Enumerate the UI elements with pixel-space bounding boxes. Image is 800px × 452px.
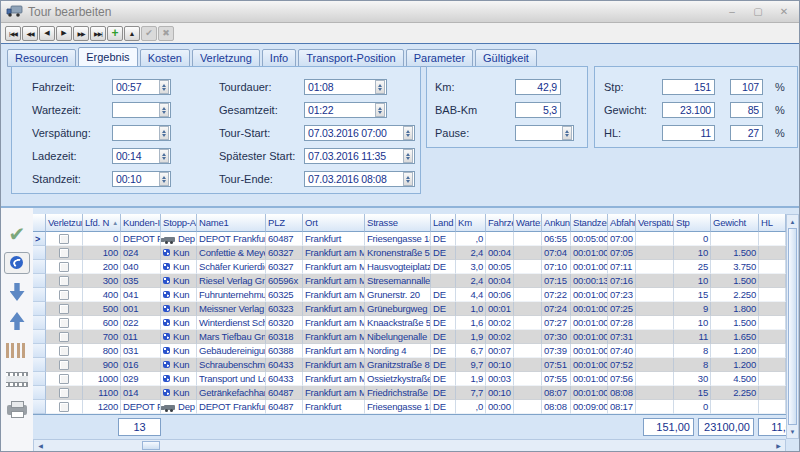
nav-prior-page-button[interactable]: ◀◀	[22, 26, 38, 41]
film-strip-button[interactable]	[4, 369, 30, 389]
table-row[interactable]: 300035KunRiesel Verlag GmbH60596xFrankfu…	[33, 274, 786, 288]
tab-g-ltigkeit[interactable]: Gültigkeit	[475, 49, 537, 67]
map-view-button[interactable]	[4, 253, 30, 273]
column-header-abfahrt[interactable]: Abfahrt	[608, 214, 636, 232]
column-header-ort[interactable]: Ort	[303, 214, 365, 232]
scroll-down-arrow-icon[interactable]: ▼	[787, 425, 798, 438]
tour-start-input[interactable]: 07.03.2016 07:00	[304, 125, 415, 141]
table-row[interactable]: 1000029KunTransport und Logi60433Frankfu…	[33, 372, 786, 386]
violation-checkbox[interactable]	[59, 304, 69, 314]
column-header-gewicht[interactable]: Gewicht	[711, 214, 759, 232]
table-row[interactable]: 100024KunConfettie & Meyer60327Frankfurt…	[33, 246, 786, 260]
violation-checkbox[interactable]	[59, 276, 69, 286]
spinner-icon[interactable]	[159, 126, 169, 140]
tour-ende-input[interactable]: 07.03.2016 08:08	[304, 171, 415, 187]
vertical-scroll-thumb[interactable]	[788, 228, 797, 425]
scroll-right-arrow-icon[interactable]: ▶	[772, 440, 785, 451]
table-row[interactable]: 700011KunMars Tiefbau GmbH60318Frankfurt…	[33, 330, 786, 344]
violation-checkbox[interactable]	[59, 402, 69, 412]
column-header-name1[interactable]: Name1	[197, 214, 266, 232]
spinner-icon[interactable]	[159, 103, 169, 117]
vertical-scrollbar[interactable]: ▲ ▼	[786, 214, 799, 439]
confirm-check-button[interactable]: ✔	[4, 224, 30, 244]
table-row[interactable]: 900016KunSchraubenschmidt60433Frankfurt …	[33, 358, 786, 372]
close-button[interactable]: ✕	[775, 5, 793, 18]
violation-checkbox[interactable]	[59, 332, 69, 342]
column-header-hl[interactable]: HL	[759, 214, 786, 232]
horizontal-scrollbar[interactable]: ◀ ▶	[33, 439, 786, 452]
table-row[interactable]: 1200DEPOT FraDepDEPOT Frankfurt60487Fran…	[33, 400, 786, 414]
table-row[interactable]: 500001KunMeissner Verlag Gr60323Frankfur…	[33, 302, 786, 316]
scroll-up-arrow-icon[interactable]: ▲	[787, 215, 798, 228]
violation-checkbox[interactable]	[59, 262, 69, 272]
column-header-km[interactable]: Km	[456, 214, 486, 232]
table-row[interactable]: 800031KunGebäudereinigung60388Frankfurt …	[33, 344, 786, 358]
table-row[interactable]: 600022KunWinterdienst Schm60320Frankfurt…	[33, 316, 786, 330]
spinner-icon[interactable]	[375, 103, 385, 117]
violation-checkbox[interactable]	[59, 248, 69, 258]
violation-checkbox[interactable]	[59, 388, 69, 398]
column-header-plz[interactable]: PLZ	[266, 214, 303, 232]
violation-checkbox[interactable]	[59, 234, 69, 244]
spinner-icon[interactable]	[562, 126, 572, 140]
scroll-left-arrow-icon[interactable]: ◀	[34, 440, 47, 451]
insert-button[interactable]: +	[107, 26, 123, 41]
spinner-icon[interactable]	[159, 149, 169, 163]
nav-prior-button[interactable]: ◀	[39, 26, 55, 41]
stp-input[interactable]: 151	[662, 79, 715, 95]
fence-button[interactable]	[4, 340, 30, 360]
spinner-icon[interactable]	[403, 172, 413, 186]
table-row[interactable]: >0DEPOT FraDepDEPOT Frankfurt60487Frankf…	[33, 232, 786, 246]
bab-km-input[interactable]: 5,3	[515, 102, 561, 118]
violation-checkbox[interactable]	[59, 290, 69, 300]
column-header-warte[interactable]: Warte:	[514, 214, 542, 232]
spinner-icon[interactable]	[159, 80, 169, 94]
standzeit-input[interactable]: 00:10	[112, 171, 171, 187]
hl-input[interactable]: 11	[662, 125, 715, 141]
print-button[interactable]	[4, 398, 30, 418]
table-row[interactable]: 1100014KunGetränkefachhand60487Frankfurt…	[33, 386, 786, 400]
nav-last-button[interactable]: ▶▶|	[90, 26, 106, 41]
hl-percent-input[interactable]: 27	[730, 125, 763, 141]
fahrzeit-input[interactable]: 00:57	[112, 79, 171, 95]
stp-percent-input[interactable]: 107	[730, 79, 763, 95]
tab-parameter[interactable]: Parameter	[406, 49, 473, 67]
column-header-standzeit[interactable]: Standzeit	[571, 214, 608, 232]
tab-resourcen[interactable]: Resourcen	[7, 49, 76, 67]
verspaetung-input[interactable]	[112, 125, 171, 141]
edit-button[interactable]: ▲	[124, 26, 140, 41]
spaetester-start-input[interactable]: 07.03.2016 11:35	[304, 148, 415, 164]
violation-checkbox[interactable]	[59, 346, 69, 356]
horizontal-scroll-thumb[interactable]	[142, 441, 160, 450]
violation-checkbox[interactable]	[59, 360, 69, 370]
column-header-fahrzeit[interactable]: Fahrzei	[486, 214, 514, 232]
table-row[interactable]: 200040KunSchäfer Kurierdien60327Frankfur…	[33, 260, 786, 274]
column-header-ankunft[interactable]: Ankunf	[542, 214, 571, 232]
column-header-land[interactable]: Land	[431, 214, 456, 232]
column-header-stoppart[interactable]: Stopp-Ar	[161, 214, 197, 232]
tourdauer-input[interactable]: 01:08	[304, 79, 387, 95]
nav-next-page-button[interactable]: ▶▶	[73, 26, 89, 41]
maximize-button[interactable]: ▢	[749, 5, 767, 18]
column-header-strasse[interactable]: Strasse	[365, 214, 431, 232]
column-header-verspaetung[interactable]: Verspätu	[636, 214, 674, 232]
spinner-icon[interactable]	[159, 172, 169, 186]
gesamtzeit-input[interactable]: 01:22	[304, 102, 387, 118]
tab-transport-position[interactable]: Transport-Position	[298, 49, 403, 67]
move-up-button[interactable]	[4, 311, 30, 331]
wartezeit-input[interactable]	[112, 102, 171, 118]
spinner-icon[interactable]	[403, 126, 413, 140]
column-header-verletzung[interactable]: Verletzun	[46, 214, 83, 232]
column-header-kundenid[interactable]: Kunden-Id	[121, 214, 161, 232]
km-input[interactable]: 42,9	[515, 79, 561, 95]
gewicht-percent-input[interactable]: 85	[730, 102, 763, 118]
move-down-button[interactable]	[4, 282, 30, 302]
minimize-button[interactable]: –	[723, 5, 741, 18]
spinner-icon[interactable]	[375, 80, 385, 94]
violation-checkbox[interactable]	[59, 374, 69, 384]
pause-input[interactable]	[515, 125, 574, 141]
column-header-stp[interactable]: Stp	[674, 214, 711, 232]
nav-next-button[interactable]: ▶	[56, 26, 72, 41]
nav-first-button[interactable]: |◀◀	[5, 26, 21, 41]
violation-checkbox[interactable]	[59, 318, 69, 328]
